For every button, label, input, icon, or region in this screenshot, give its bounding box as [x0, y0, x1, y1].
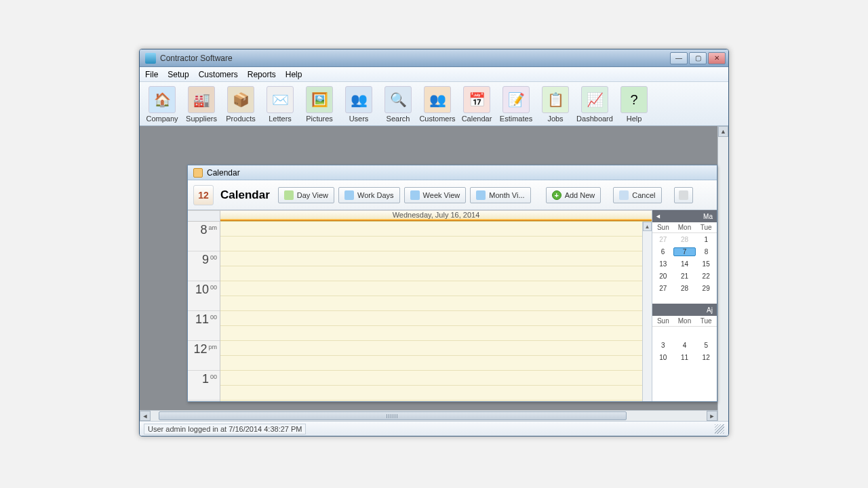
minical-monthbar[interactable]: Aj — [652, 304, 717, 316]
toolbar-dashboard[interactable]: 📈Dashboard — [575, 85, 614, 124]
print-button[interactable] — [674, 187, 693, 203]
minical-day[interactable]: 12 — [695, 354, 717, 361]
toolbar-estimates[interactable]: 📝Estimates — [496, 85, 536, 124]
menu-reports[interactable]: Reports — [248, 70, 276, 79]
minical-day[interactable]: 3 — [652, 342, 674, 349]
minical-day[interactable]: 20 — [652, 272, 674, 280]
minical-day[interactable]: 27 — [652, 236, 674, 243]
minical-day[interactable]: 8 — [696, 248, 717, 256]
statusbar: User admin logged in at 7/16/2014 4:38:2… — [140, 421, 728, 436]
dayview-button[interactable]: Day View — [278, 187, 334, 203]
estimate-icon: 📝 — [502, 86, 530, 113]
toolbar-label: Suppliers — [186, 115, 217, 123]
toolbar-suppliers[interactable]: 🏭Suppliers — [182, 85, 221, 124]
outer-horizontal-scrollbar[interactable]: ◄ ► — [140, 410, 717, 421]
workdays-button[interactable]: Work Days — [338, 187, 400, 203]
toolbar-pictures[interactable]: 🖼️Pictures — [300, 85, 339, 124]
users-icon: 👥 — [345, 86, 372, 113]
scroll-track[interactable] — [151, 411, 707, 421]
prev-month-icon[interactable]: ◄ — [655, 213, 662, 220]
toolbar-jobs[interactable]: 📋Jobs — [536, 85, 575, 124]
hour-row: 8am — [188, 222, 220, 251]
envelope-icon: ✉️ — [267, 86, 294, 113]
minical-day[interactable]: 28 — [674, 285, 696, 292]
minical-monthbar[interactable]: ◄Ma — [652, 210, 717, 222]
toolbar-label: Users — [349, 115, 369, 123]
calendar-window: Calendar 12 Calendar Day View Work Days … — [187, 165, 717, 402]
toolbar-letters[interactable]: ✉️Letters — [260, 85, 300, 124]
day-header: Wednesday, July 16, 2014 — [220, 211, 652, 222]
minical-row: 678 — [652, 245, 717, 258]
minical-day[interactable]: 11 — [674, 354, 696, 361]
hour-row: 1100 — [188, 311, 220, 341]
minical-row: 101112 — [652, 351, 717, 363]
toolbar-customers[interactable]: 👥Customers — [418, 85, 457, 124]
hour-row: 900 — [188, 251, 220, 281]
calendar-heading: Calendar — [220, 188, 270, 202]
menu-help[interactable]: Help — [285, 70, 302, 79]
schedule-grid[interactable] — [220, 222, 652, 401]
close-button[interactable]: ✕ — [708, 52, 726, 64]
menubar: File Setup Customers Reports Help — [140, 67, 728, 82]
toolbar-users[interactable]: 👥Users — [339, 85, 378, 124]
minical-day[interactable]: 22 — [695, 272, 717, 280]
minical-day[interactable]: 1 — [695, 236, 717, 243]
minical-day[interactable]: 14 — [674, 260, 696, 268]
minical-day[interactable]: 5 — [695, 342, 717, 349]
calendar-titlebar[interactable]: Calendar — [188, 165, 717, 180]
menu-customers[interactable]: Customers — [199, 70, 238, 79]
calendar-toolbar: 12 Calendar Day View Work Days Week View… — [188, 180, 717, 210]
minical-day[interactable]: 27 — [652, 285, 674, 292]
minical-dow: SunMonTue — [652, 222, 717, 233]
status-text: User admin logged in at 7/16/2014 4:38:2… — [144, 424, 306, 434]
scroll-left-icon[interactable]: ◄ — [140, 411, 151, 421]
scroll-up-icon[interactable]: ▲ — [643, 222, 652, 231]
toolbar-search[interactable]: 🔍Search — [378, 85, 418, 124]
monthview-button[interactable]: Month Vi... — [470, 187, 530, 203]
main-toolbar: 🏠Company🏭Suppliers📦Products✉️Letters🖼️Pi… — [140, 82, 728, 126]
minical-row: 131415 — [652, 258, 717, 270]
menu-file[interactable]: File — [145, 70, 158, 79]
scroll-up-icon[interactable]: ▲ — [718, 126, 728, 137]
toolbar-label: Search — [387, 115, 410, 123]
minical-day[interactable]: 10 — [652, 354, 674, 361]
toolbar-company[interactable]: 🏠Company — [142, 85, 182, 124]
toolbar-calendar[interactable]: 📅Calendar — [457, 85, 496, 124]
titlebar[interactable]: Contractor Software — ▢ ✕ — [140, 49, 728, 67]
toolbar-label: Products — [226, 115, 255, 123]
window-controls: — ▢ ✕ — [670, 52, 726, 64]
minical-day[interactable]: 29 — [695, 285, 717, 292]
minical-day[interactable]: 15 — [695, 260, 717, 268]
menu-setup[interactable]: Setup — [167, 70, 189, 79]
minimize-button[interactable]: — — [670, 52, 688, 64]
cancel-icon — [619, 190, 629, 200]
minical-day[interactable]: 21 — [674, 272, 696, 280]
resize-grip-icon[interactable] — [715, 424, 724, 434]
calendar-window-title: Calendar — [207, 168, 240, 178]
outer-vertical-scrollbar[interactable]: ▲ — [717, 126, 728, 421]
toolbar-label: Help — [627, 115, 642, 123]
schedule-vertical-scrollbar[interactable]: ▲ — [642, 222, 652, 401]
hour-row: 100 — [188, 371, 220, 401]
box-icon: 📦 — [227, 86, 254, 113]
scroll-right-icon[interactable]: ► — [707, 411, 717, 421]
print-icon — [679, 190, 688, 200]
minical-day[interactable]: 7 — [673, 247, 696, 256]
toolbar-help[interactable]: ?Help — [614, 85, 654, 124]
factory-icon: 🏭 — [188, 86, 215, 113]
weekview-button[interactable]: Week View — [404, 187, 467, 203]
toolbar-label: Dashboard — [576, 115, 613, 123]
toolbar-label: Letters — [269, 115, 292, 123]
scroll-thumb[interactable] — [159, 411, 627, 420]
minical-day[interactable]: 4 — [674, 342, 696, 349]
minical-day[interactable]: 28 — [674, 236, 696, 243]
toolbar-products[interactable]: 📦Products — [221, 85, 260, 124]
minical-day[interactable]: 6 — [652, 248, 673, 256]
hour-row: 1000 — [188, 281, 220, 311]
addnew-button[interactable]: +Add New — [546, 187, 601, 203]
cancel-button[interactable]: Cancel — [613, 187, 661, 203]
maximize-button[interactable]: ▢ — [689, 52, 707, 64]
minical-row: 272829 — [652, 282, 717, 294]
minical-row: 202122 — [652, 270, 717, 282]
minical-day[interactable]: 13 — [652, 260, 674, 268]
